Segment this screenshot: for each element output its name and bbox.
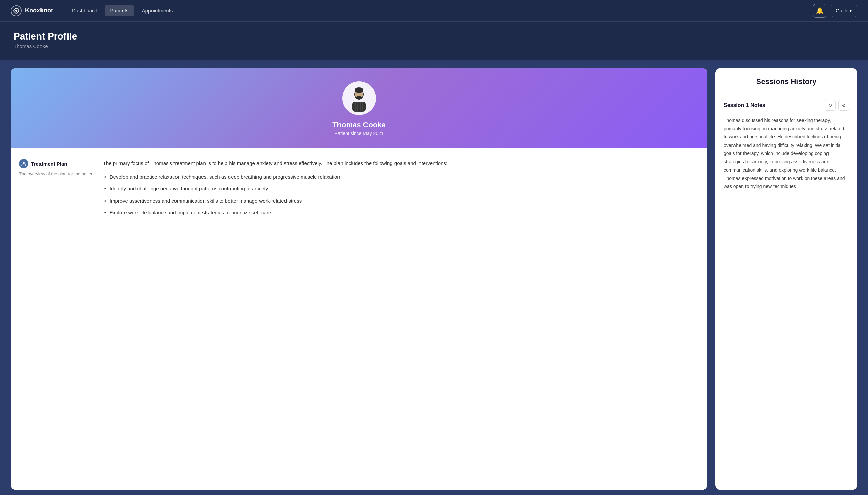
gear-icon: ⚙ <box>842 103 846 108</box>
page-subtitle: Thomas Cooke <box>14 43 854 49</box>
bell-icon: 🔔 <box>816 7 823 15</box>
profile-card: Thomas Cooke Patient since May 2021 <box>11 68 707 148</box>
treatment-icon <box>19 159 28 169</box>
refresh-button[interactable]: ↻ <box>825 100 836 111</box>
patient-since: Patient since May 2021 <box>18 131 701 136</box>
left-panel: Thomas Cooke Patient since May 2021 Trea… <box>11 68 707 490</box>
brand: Knoxknot <box>11 5 53 16</box>
treatment-section: Treatment Plan The overview of the plan … <box>11 148 707 231</box>
svg-rect-6 <box>352 102 366 112</box>
user-name: Galih <box>836 8 847 14</box>
treatment-plan-label: Treatment Plan <box>31 161 68 167</box>
svg-point-4 <box>355 87 364 93</box>
nav-links: Dashboard Patients Appointments <box>67 5 813 16</box>
session-actions: ↻ ⚙ <box>825 100 849 111</box>
page-header: Patient Profile Thomas Cooke <box>0 22 868 60</box>
treatment-description: The overview of the plan for the patient <box>19 171 95 177</box>
nav-patients[interactable]: Patients <box>105 5 134 16</box>
nav-dashboard[interactable]: Dashboard <box>67 5 102 16</box>
svg-rect-7 <box>355 102 356 112</box>
navbar: Knoxknot Dashboard Patients Appointments… <box>0 0 868 22</box>
session-notes-section: Session 1 Notes ↻ ⚙ Thomas discussed his… <box>715 93 857 198</box>
brand-name: Knoxknot <box>25 7 53 14</box>
svg-rect-8 <box>357 102 358 112</box>
chevron-down-icon: ▾ <box>849 8 852 14</box>
session-1-notes: Thomas discussed his reasons for seeking… <box>724 116 849 191</box>
main-content: Thomas Cooke Patient since May 2021 Trea… <box>0 60 868 495</box>
treatment-intro: The primary focus of Thomas's treatment … <box>103 159 699 168</box>
avatar <box>342 81 376 115</box>
treatment-content: The primary focus of Thomas's treatment … <box>103 159 699 221</box>
user-menu-button[interactable]: Galih ▾ <box>831 5 857 17</box>
treatment-bullets: Develop and practice relaxation techniqu… <box>103 173 699 217</box>
svg-point-5 <box>356 96 362 99</box>
treatment-label-header: Treatment Plan <box>19 159 95 169</box>
svg-rect-10 <box>362 102 363 112</box>
svg-point-1 <box>15 10 17 12</box>
settings-button[interactable]: ⚙ <box>838 100 849 111</box>
treatment-bullet-3: Improve assertiveness and communication … <box>103 197 699 205</box>
treatment-label: Treatment Plan The overview of the plan … <box>19 159 95 221</box>
treatment-bullet-4: Explore work-life balance and implement … <box>103 208 699 217</box>
panels-wrapper: Thomas Cooke Patient since May 2021 Trea… <box>11 60 857 490</box>
page-title: Patient Profile <box>14 31 854 42</box>
session-notes-header: Session 1 Notes ↻ ⚙ <box>724 100 849 111</box>
notification-button[interactable]: 🔔 <box>813 4 827 18</box>
nav-appointments[interactable]: Appointments <box>137 5 179 16</box>
sessions-title: Sessions History <box>725 77 848 86</box>
patient-name: Thomas Cooke <box>18 121 701 129</box>
right-panel: Sessions History Session 1 Notes ↻ ⚙ Tho… <box>715 68 857 490</box>
brand-icon <box>11 5 22 16</box>
nav-right: 🔔 Galih ▾ <box>813 4 857 18</box>
treatment-bullet-2: Identify and challenge negative thought … <box>103 184 699 193</box>
svg-rect-9 <box>360 102 361 112</box>
treatment-bullet-1: Develop and practice relaxation techniqu… <box>103 173 699 181</box>
refresh-icon: ↻ <box>828 103 832 108</box>
sessions-header: Sessions History <box>715 68 857 93</box>
session-1-title: Session 1 Notes <box>724 102 765 108</box>
